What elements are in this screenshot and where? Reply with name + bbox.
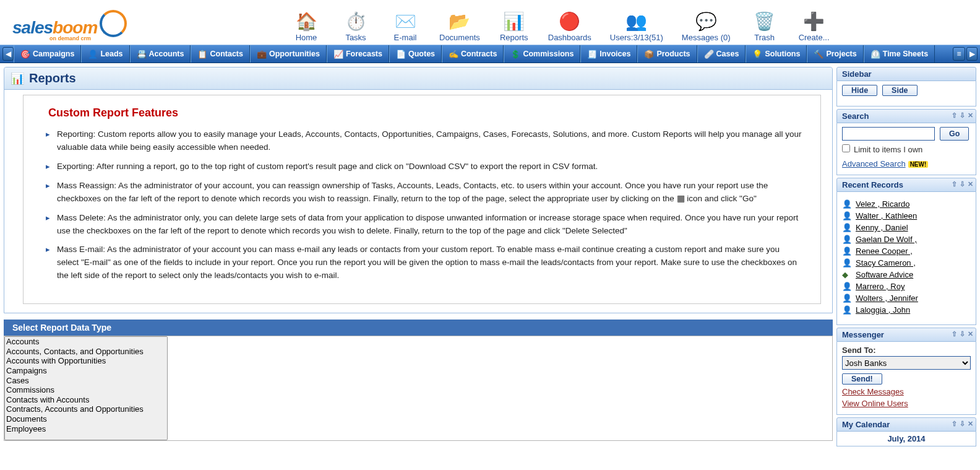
check-messages-link[interactable]: Check Messages bbox=[842, 387, 971, 396]
nav-solutions[interactable]: 💡Solutions bbox=[746, 45, 807, 63]
nav-label: Solutions bbox=[765, 50, 800, 58]
recent-record-item: Kenny , Daniel bbox=[856, 222, 971, 233]
nav-contacts[interactable]: 📋Contacts bbox=[191, 45, 249, 63]
data-type-option[interactable]: Campaigns bbox=[5, 366, 167, 376]
logo[interactable]: salesboom on demand crm bbox=[12, 5, 130, 42]
nav-label: Projects bbox=[826, 50, 856, 58]
recent-record-link[interactable]: Wolters , Jennifer bbox=[856, 294, 918, 303]
nav-icon: 📄 bbox=[396, 50, 406, 59]
widget-close-icon[interactable]: ✕ bbox=[968, 330, 973, 338]
calendar-header: My Calendar ⇧⇩✕ bbox=[836, 417, 976, 432]
top-icon-label: Dashboards bbox=[548, 33, 591, 42]
limit-items-checkbox[interactable] bbox=[842, 144, 850, 152]
nav-label: Contacts bbox=[210, 50, 243, 58]
top-icon-dashboards[interactable]: 🔴Dashboards bbox=[548, 12, 591, 42]
logo-text-1: sales bbox=[12, 18, 53, 37]
nav-icon: 💼 bbox=[257, 50, 267, 59]
data-type-option[interactable]: Accounts, Contacts, and Opportunities bbox=[5, 347, 167, 357]
nav-cases[interactable]: 🩹Cases bbox=[697, 45, 746, 63]
widget-close-icon[interactable]: ✕ bbox=[968, 420, 973, 428]
nav-time-sheets[interactable]: ⏲️Time Sheets bbox=[864, 45, 935, 63]
nav-label: Accounts bbox=[149, 50, 184, 58]
nav-scroll-right[interactable]: ▶ bbox=[966, 47, 978, 61]
data-type-option[interactable]: Contracts, Accounts and Opportunities bbox=[5, 404, 167, 414]
nav-icon: 🎯 bbox=[20, 50, 30, 59]
nav-contracts[interactable]: ✍️Contracts bbox=[442, 45, 504, 63]
recent-record-link[interactable]: Software Advice bbox=[856, 270, 913, 279]
data-type-option[interactable]: Accounts with Opportunities bbox=[5, 356, 167, 366]
widget-up-icon[interactable]: ⇧ bbox=[952, 330, 957, 338]
search-input[interactable] bbox=[842, 127, 935, 141]
data-type-option[interactable]: Employees bbox=[5, 424, 167, 434]
send-to-select[interactable]: Josh Banks bbox=[842, 356, 971, 370]
recent-record-link[interactable]: Laloggia , John bbox=[856, 305, 910, 315]
top-icon-glyph: 📊 bbox=[499, 12, 530, 32]
data-type-option[interactable]: Contacts with Accounts bbox=[5, 395, 167, 405]
top-icon-reports[interactable]: 📊Reports bbox=[499, 12, 530, 42]
data-type-option[interactable]: Commissions bbox=[5, 385, 167, 395]
top-icon-home[interactable]: 🏠Home bbox=[291, 12, 322, 42]
widget-pin-icon[interactable]: ⇩ bbox=[960, 420, 965, 428]
nav-icon: 💡 bbox=[752, 50, 762, 59]
top-icon-tasks[interactable]: ⏱️Tasks bbox=[340, 12, 371, 42]
recent-record-link[interactable]: Walter , Kathleen bbox=[856, 211, 917, 220]
nav-menu-icon[interactable]: ≡ bbox=[953, 47, 965, 61]
search-widget-header: Search ⇧⇩✕ bbox=[836, 109, 976, 123]
widget-close-icon[interactable]: ✕ bbox=[968, 111, 973, 120]
nav-icon: 📈 bbox=[333, 50, 343, 59]
nav-label: Leads bbox=[100, 50, 123, 58]
widget-up-icon[interactable]: ⇧ bbox=[952, 180, 957, 188]
nav-forecasts[interactable]: 📈Forecasts bbox=[327, 45, 389, 63]
nav-icon: 📋 bbox=[197, 50, 207, 59]
nav-quotes[interactable]: 📄Quotes bbox=[389, 45, 442, 63]
recent-record-link[interactable]: Kenny , Daniel bbox=[856, 223, 908, 232]
widget-pin-icon[interactable]: ⇩ bbox=[960, 330, 965, 338]
recent-record-item: Marrero , Roy bbox=[856, 281, 971, 292]
recent-record-link[interactable]: Gaelan De Wolf , bbox=[856, 235, 917, 244]
widget-close-icon[interactable]: ✕ bbox=[968, 180, 973, 188]
nav-opportunities[interactable]: 💼Opportunities bbox=[250, 45, 327, 63]
nav-icon: 🧾 bbox=[587, 50, 597, 59]
page-title: Reports bbox=[29, 71, 76, 85]
nav-scroll-left[interactable]: ◀ bbox=[2, 47, 14, 61]
side-button[interactable]: Side bbox=[882, 85, 917, 96]
widget-pin-icon[interactable]: ⇩ bbox=[960, 180, 965, 188]
nav-icon: 📦 bbox=[644, 50, 654, 59]
nav-invoices[interactable]: 🧾Invoices bbox=[580, 45, 637, 63]
nav-commissions[interactable]: 💲Commissions bbox=[504, 45, 580, 63]
nav-campaigns[interactable]: 🎯Campaigns bbox=[14, 45, 81, 63]
widget-pin-icon[interactable]: ⇩ bbox=[960, 111, 965, 120]
top-icon-messages-0-[interactable]: 💬Messages (0) bbox=[682, 12, 731, 42]
recent-record-link[interactable]: Velez , Ricardo bbox=[856, 199, 909, 209]
recent-record-link[interactable]: Stacy Cameron , bbox=[856, 258, 916, 268]
data-type-option[interactable]: Documents bbox=[5, 414, 167, 424]
widget-up-icon[interactable]: ⇧ bbox=[952, 420, 957, 428]
top-icon-e-mail[interactable]: ✉️E-mail bbox=[390, 12, 421, 42]
nav-label: Time Sheets bbox=[883, 50, 928, 58]
send-button[interactable]: Send! bbox=[842, 373, 882, 385]
view-online-users-link[interactable]: View Online Users bbox=[842, 399, 971, 408]
advanced-search-link[interactable]: Advanced Search bbox=[842, 159, 906, 168]
data-type-select[interactable]: AccountsAccounts, Contacts, and Opportun… bbox=[4, 336, 168, 440]
top-icon-glyph: ✉️ bbox=[390, 12, 421, 32]
top-icon-label: E-mail bbox=[390, 33, 421, 42]
data-type-option[interactable]: Accounts bbox=[5, 337, 167, 347]
top-icon-glyph: 💬 bbox=[682, 12, 731, 32]
search-go-button[interactable]: Go bbox=[940, 127, 969, 141]
top-icon-create-[interactable]: ➕Create... bbox=[799, 12, 830, 42]
nav-projects[interactable]: 🔨Projects bbox=[807, 45, 863, 63]
data-type-option[interactable]: Cases bbox=[5, 376, 167, 386]
top-icon-trash[interactable]: 🗑️Trash bbox=[749, 12, 780, 42]
recent-record-item: Renee Cooper , bbox=[856, 245, 971, 257]
nav-products[interactable]: 📦Products bbox=[637, 45, 697, 63]
recent-record-link[interactable]: Marrero , Roy bbox=[856, 282, 905, 291]
nav-leads[interactable]: 👤Leads bbox=[81, 45, 129, 63]
recent-record-link[interactable]: Renee Cooper , bbox=[856, 246, 913, 256]
hide-sidebar-button[interactable]: Hide bbox=[842, 85, 877, 96]
top-icon-glyph: ➕ bbox=[799, 12, 830, 32]
top-icon-users-3-13-51-[interactable]: 👥Users:3/13(51) bbox=[610, 12, 663, 42]
top-icon-documents[interactable]: 📂Documents bbox=[439, 12, 480, 42]
logo-swirl-icon bbox=[100, 10, 127, 37]
nav-accounts[interactable]: 📇Accounts bbox=[130, 45, 191, 63]
widget-up-icon[interactable]: ⇧ bbox=[952, 111, 957, 120]
